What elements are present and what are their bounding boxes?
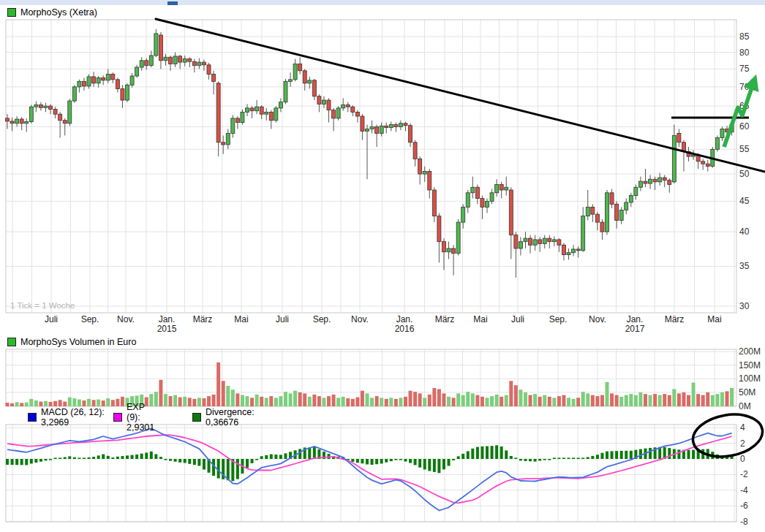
svg-text:40: 40: [739, 227, 750, 237]
svg-text:50M: 50M: [739, 387, 755, 398]
svg-text:50: 50: [739, 169, 750, 179]
exp-line-label: EXP (9): 2,9301: [127, 402, 154, 433]
svg-text:-6: -6: [740, 501, 748, 511]
svg-text:März: März: [193, 314, 213, 324]
scrollbar-thumb[interactable]: [167, 1, 178, 5]
price-legend: MorphoSys (Xetra): [7, 7, 97, 18]
svg-text:Sep.: Sep.: [313, 314, 331, 324]
series-layer: [6, 29, 734, 511]
exp-legend-item: EXP (9): 2,9301: [113, 402, 154, 433]
svg-text:Juli: Juli: [276, 314, 289, 324]
svg-text:Jan.: Jan.: [159, 314, 176, 324]
svg-text:2016: 2016: [395, 324, 415, 334]
tick-note: 1 Tick = 1 Woche: [10, 301, 75, 310]
svg-text:März: März: [665, 314, 685, 324]
svg-text:30: 30: [739, 301, 750, 311]
svg-text:Sep.: Sep.: [549, 314, 568, 324]
svg-text:200M: 200M: [739, 346, 761, 357]
svg-text:-2: -2: [740, 469, 748, 479]
svg-text:0: 0: [740, 454, 745, 464]
macd-series-swatch: [28, 413, 37, 422]
svg-text:150M: 150M: [739, 360, 761, 370]
svg-text:Sep.: Sep.: [81, 314, 99, 324]
svg-text:2015: 2015: [157, 324, 177, 334]
divergence-series-swatch: [192, 413, 201, 422]
trendline: [156, 19, 765, 172]
svg-text:Juli: Juli: [511, 314, 524, 324]
scrollbar-track: [0, 0, 765, 5]
svg-text:85: 85: [739, 31, 750, 42]
svg-text:75: 75: [739, 64, 750, 74]
price-series-label: MorphoSys (Xetra): [20, 7, 97, 18]
volume-series-label: MorphoSys Volumen in Euro: [20, 337, 136, 347]
exp-series-swatch: [113, 413, 122, 422]
svg-text:Jan.: Jan.: [627, 314, 644, 324]
svg-text:45: 45: [739, 196, 750, 206]
svg-text:60: 60: [739, 121, 750, 132]
divergence-label: Divergence: 0,36676: [206, 407, 255, 428]
svg-text:Nov.: Nov.: [117, 314, 135, 324]
volume-legend: MorphoSys Volumen in Euro: [7, 337, 136, 347]
svg-text:70: 70: [739, 82, 750, 92]
svg-text:Juli: Juli: [45, 314, 58, 324]
svg-text:55: 55: [739, 144, 750, 154]
price-series-swatch: [7, 8, 16, 17]
volume-series-swatch: [7, 338, 16, 346]
svg-text:März: März: [435, 314, 455, 324]
divergence-legend-item: Divergence: 0,36676: [192, 407, 255, 428]
gridlines: [6, 20, 736, 522]
svg-text:-4: -4: [740, 485, 748, 495]
macd-legend: MACD (26, 12): 3,2969 EXP (9): 2,9301 Di…: [28, 413, 113, 422]
svg-text:Mai: Mai: [234, 314, 248, 324]
svg-text:4: 4: [740, 422, 745, 433]
svg-text:100M: 100M: [739, 373, 761, 384]
svg-text:-8: -8: [740, 517, 748, 527]
chart-page: 858075706560555045403530200M150M100M50M0…: [0, 0, 765, 532]
svg-text:2: 2: [740, 438, 745, 449]
exp-line: [7, 435, 732, 503]
svg-text:Nov.: Nov.: [589, 314, 606, 324]
svg-text:2017: 2017: [625, 324, 645, 334]
macd-line-label: MACD (26, 12): 3,2969: [41, 407, 113, 428]
svg-text:Mai: Mai: [707, 314, 721, 324]
svg-text:0M: 0M: [739, 401, 751, 411]
svg-text:Jan.: Jan.: [396, 314, 413, 324]
svg-text:80: 80: [739, 48, 750, 58]
chart-canvas: 858075706560555045403530200M150M100M50M0…: [0, 0, 765, 532]
svg-text:35: 35: [739, 261, 750, 271]
svg-text:Mai: Mai: [473, 314, 487, 324]
svg-text:Nov.: Nov.: [351, 314, 369, 324]
